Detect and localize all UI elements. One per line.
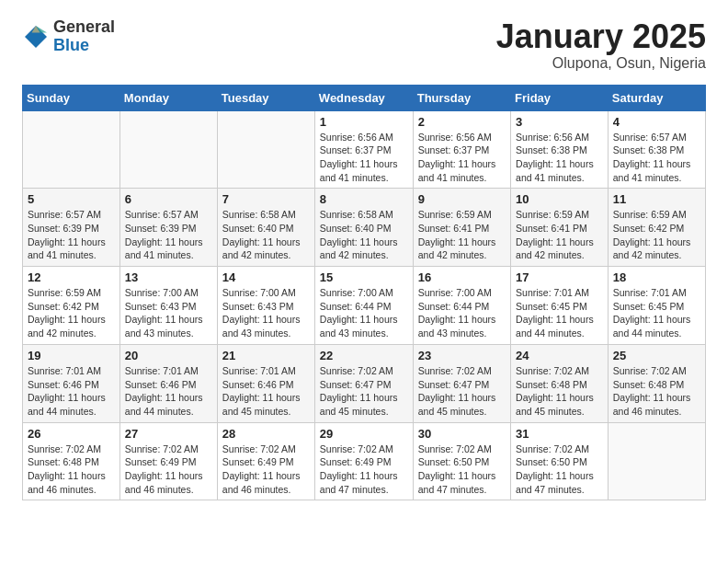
page: General Blue January 2025 Olupona, Osun,… [0,0,728,519]
day-info: Sunrise: 6:56 AM Sunset: 6:37 PM Dayligh… [418,131,506,185]
day-info: Sunrise: 7:01 AM Sunset: 6:46 PM Dayligh… [28,364,115,419]
logo-text: General Blue [53,18,115,55]
calendar-week-row: 19Sunrise: 7:01 AM Sunset: 6:46 PM Dayli… [23,344,706,422]
day-number: 1 [320,115,408,129]
day-info: Sunrise: 7:02 AM Sunset: 6:48 PM Dayligh… [613,364,700,419]
header-friday: Friday [511,85,609,110]
day-info: Sunrise: 7:01 AM Sunset: 6:46 PM Dayligh… [222,364,310,419]
day-number: 9 [418,192,506,206]
day-info: Sunrise: 7:02 AM Sunset: 6:47 PM Dayligh… [320,364,408,419]
logo-blue: Blue [53,37,115,55]
day-info: Sunrise: 6:58 AM Sunset: 6:40 PM Dayligh… [320,208,408,262]
day-number: 22 [320,349,408,362]
table-row [608,422,705,500]
table-row [23,110,120,189]
table-row: 11Sunrise: 6:59 AM Sunset: 6:42 PM Dayli… [608,189,705,267]
day-info: Sunrise: 7:00 AM Sunset: 6:43 PM Dayligh… [125,286,212,340]
day-info: Sunrise: 7:02 AM Sunset: 6:50 PM Dayligh… [516,442,603,497]
day-number: 24 [516,349,603,362]
day-number: 6 [125,192,212,206]
table-row: 17Sunrise: 7:01 AM Sunset: 6:45 PM Dayli… [511,267,609,345]
day-number: 12 [28,270,115,284]
table-row: 13Sunrise: 7:00 AM Sunset: 6:43 PM Dayli… [119,267,217,345]
day-number: 17 [516,270,603,284]
calendar-week-row: 26Sunrise: 7:02 AM Sunset: 6:48 PM Dayli… [23,422,706,500]
table-row: 2Sunrise: 6:56 AM Sunset: 6:37 PM Daylig… [413,110,510,189]
day-number: 19 [28,349,115,362]
header-saturday: Saturday [608,85,705,110]
day-number: 11 [613,192,700,206]
header-tuesday: Tuesday [217,85,314,110]
table-row: 26Sunrise: 7:02 AM Sunset: 6:48 PM Dayli… [23,422,120,500]
weekday-header-row: Sunday Monday Tuesday Wednesday Thursday… [23,85,706,110]
table-row: 5Sunrise: 6:57 AM Sunset: 6:39 PM Daylig… [23,189,120,267]
day-info: Sunrise: 7:00 AM Sunset: 6:44 PM Dayligh… [320,286,408,340]
title-block: January 2025 Olupona, Osun, Nigeria [496,18,706,72]
day-info: Sunrise: 6:59 AM Sunset: 6:42 PM Dayligh… [613,208,700,262]
table-row: 18Sunrise: 7:01 AM Sunset: 6:45 PM Dayli… [608,267,705,345]
table-row: 16Sunrise: 7:00 AM Sunset: 6:44 PM Dayli… [413,267,510,345]
table-row: 8Sunrise: 6:58 AM Sunset: 6:40 PM Daylig… [314,189,413,267]
day-info: Sunrise: 6:57 AM Sunset: 6:39 PM Dayligh… [28,208,115,262]
table-row [217,110,314,189]
header-sunday: Sunday [23,85,120,110]
table-row: 1Sunrise: 6:56 AM Sunset: 6:37 PM Daylig… [314,110,413,189]
table-row: 19Sunrise: 7:01 AM Sunset: 6:46 PM Dayli… [23,344,120,422]
day-info: Sunrise: 7:00 AM Sunset: 6:43 PM Dayligh… [222,286,310,340]
day-number: 21 [222,349,310,362]
table-row: 4Sunrise: 6:57 AM Sunset: 6:38 PM Daylig… [608,110,705,189]
logo-general: General [53,18,115,37]
day-info: Sunrise: 6:59 AM Sunset: 6:41 PM Dayligh… [516,208,603,262]
day-number: 3 [516,115,603,129]
day-info: Sunrise: 6:59 AM Sunset: 6:41 PM Dayligh… [418,208,506,262]
header-wednesday: Wednesday [314,85,413,110]
calendar-week-row: 1Sunrise: 6:56 AM Sunset: 6:37 PM Daylig… [23,110,706,189]
day-number: 2 [418,115,506,129]
table-row: 28Sunrise: 7:02 AM Sunset: 6:49 PM Dayli… [217,422,314,500]
day-info: Sunrise: 6:58 AM Sunset: 6:40 PM Dayligh… [222,208,310,262]
day-info: Sunrise: 7:01 AM Sunset: 6:45 PM Dayligh… [516,286,603,340]
table-row: 23Sunrise: 7:02 AM Sunset: 6:47 PM Dayli… [413,344,510,422]
day-number: 25 [613,349,700,362]
calendar-table: Sunday Monday Tuesday Wednesday Thursday… [22,85,706,501]
table-row [119,110,217,189]
day-number: 23 [418,349,506,362]
logo: General Blue [22,18,115,55]
calendar-week-row: 5Sunrise: 6:57 AM Sunset: 6:39 PM Daylig… [23,189,706,267]
day-number: 27 [125,427,212,441]
table-row: 30Sunrise: 7:02 AM Sunset: 6:50 PM Dayli… [413,422,510,500]
table-row: 29Sunrise: 7:02 AM Sunset: 6:49 PM Dayli… [314,422,413,500]
month-title: January 2025 [496,18,706,55]
day-number: 13 [125,270,212,284]
day-number: 30 [418,427,506,441]
day-number: 28 [222,427,310,441]
day-info: Sunrise: 6:59 AM Sunset: 6:42 PM Dayligh… [28,286,115,340]
table-row: 15Sunrise: 7:00 AM Sunset: 6:44 PM Dayli… [314,267,413,345]
day-info: Sunrise: 7:02 AM Sunset: 6:49 PM Dayligh… [125,442,212,497]
day-info: Sunrise: 7:02 AM Sunset: 6:47 PM Dayligh… [418,364,506,419]
table-row: 6Sunrise: 6:57 AM Sunset: 6:39 PM Daylig… [119,189,217,267]
location: Olupona, Osun, Nigeria [496,55,706,72]
day-number: 8 [320,192,408,206]
table-row: 24Sunrise: 7:02 AM Sunset: 6:48 PM Dayli… [511,344,609,422]
day-number: 18 [613,270,700,284]
day-number: 15 [320,270,408,284]
day-info: Sunrise: 7:00 AM Sunset: 6:44 PM Dayligh… [418,286,506,340]
day-info: Sunrise: 7:02 AM Sunset: 6:48 PM Dayligh… [28,442,115,497]
day-info: Sunrise: 7:02 AM Sunset: 6:48 PM Dayligh… [516,364,603,419]
day-info: Sunrise: 7:02 AM Sunset: 6:50 PM Dayligh… [418,442,506,497]
table-row: 10Sunrise: 6:59 AM Sunset: 6:41 PM Dayli… [511,189,609,267]
table-row: 31Sunrise: 7:02 AM Sunset: 6:50 PM Dayli… [511,422,609,500]
day-number: 10 [516,192,603,206]
day-number: 29 [320,427,408,441]
table-row: 22Sunrise: 7:02 AM Sunset: 6:47 PM Dayli… [314,344,413,422]
day-info: Sunrise: 7:02 AM Sunset: 6:49 PM Dayligh… [222,442,310,497]
day-info: Sunrise: 7:01 AM Sunset: 6:45 PM Dayligh… [613,286,700,340]
calendar-week-row: 12Sunrise: 6:59 AM Sunset: 6:42 PM Dayli… [23,267,706,345]
day-number: 31 [516,427,603,441]
day-info: Sunrise: 6:56 AM Sunset: 6:38 PM Dayligh… [516,131,603,185]
table-row: 27Sunrise: 7:02 AM Sunset: 6:49 PM Dayli… [119,422,217,500]
table-row: 21Sunrise: 7:01 AM Sunset: 6:46 PM Dayli… [217,344,314,422]
day-number: 4 [613,115,700,129]
day-info: Sunrise: 7:01 AM Sunset: 6:46 PM Dayligh… [125,364,212,419]
